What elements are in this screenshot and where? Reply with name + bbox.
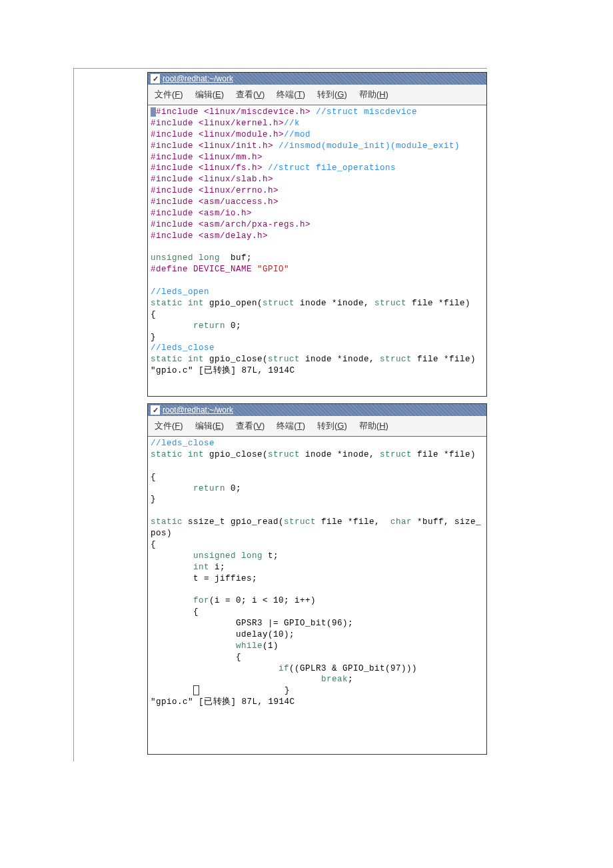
- menu-edit[interactable]: 编辑(E): [195, 89, 224, 101]
- window-menu-icon[interactable]: ✓: [151, 405, 160, 415]
- status-line-1: "gpio.c" [已转换] 87L, 1914C: [151, 366, 295, 375]
- titlebar-2[interactable]: ✓ root@redhat:~/work: [148, 404, 486, 416]
- menu-edit[interactable]: 编辑(E): [195, 420, 224, 432]
- menu-help[interactable]: 帮助(H): [359, 420, 388, 432]
- menubar-2: 文件(F) 编辑(E) 查看(V) 终端(T) 转到(G) 帮助(H): [148, 416, 486, 437]
- menu-file[interactable]: 文件(F): [155, 89, 183, 101]
- menu-go[interactable]: 转到(G): [317, 420, 347, 432]
- terminal-content-2[interactable]: //leds_close static int gpio_close(struc…: [148, 437, 486, 754]
- window-title: root@redhat:~/work: [163, 74, 233, 83]
- window-title: root@redhat:~/work: [163, 405, 233, 415]
- menu-terminal[interactable]: 终端(T): [277, 420, 305, 432]
- text-cursor-icon: [193, 685, 199, 695]
- menu-go[interactable]: 转到(G): [317, 89, 347, 101]
- terminal-window-1: ✓ root@redhat:~/work 文件(F) 编辑(E) 查看(V) 终…: [147, 72, 487, 397]
- titlebar-1[interactable]: ✓ root@redhat:~/work: [148, 73, 486, 85]
- terminal-window-2: ✓ root@redhat:~/work 文件(F) 编辑(E) 查看(V) 终…: [147, 403, 487, 755]
- menu-view[interactable]: 查看(V): [236, 89, 265, 101]
- status-line-2: "gpio.c" [已转换] 87L, 1914C: [151, 697, 295, 707]
- menu-file[interactable]: 文件(F): [155, 420, 183, 432]
- menubar-1: 文件(F) 编辑(E) 查看(V) 终端(T) 转到(G) 帮助(H): [148, 85, 486, 105]
- menu-help[interactable]: 帮助(H): [359, 89, 388, 101]
- menu-terminal[interactable]: 终端(T): [277, 89, 305, 101]
- window-menu-icon[interactable]: ✓: [151, 74, 160, 83]
- cursor-icon: [151, 107, 156, 117]
- menu-view[interactable]: 查看(V): [236, 420, 265, 432]
- terminal-content-1[interactable]: #include <linux/miscdevice.h> //struct m…: [148, 105, 486, 396]
